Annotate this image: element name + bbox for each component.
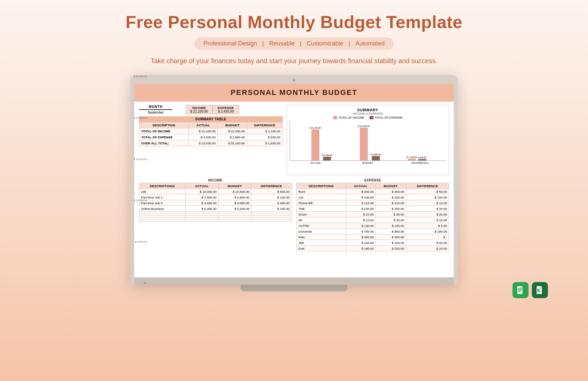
it-col-actual: ACTUAL [185, 183, 218, 189]
page-title: Free Personal Monthly Budget Template [126, 12, 463, 32]
table-row: Part-time Job 1$ 2,500.00$ 2,600.00$ 100… [139, 195, 292, 200]
expense-table-cell: $ 15.00 [406, 217, 449, 223]
bar-group: $ 1,100.00$ 530.00 [407, 156, 426, 160]
month-row: MONTH September INCOME $ 21,100.00 EXPEN… [139, 105, 283, 114]
income-table-cell: $ 10,500.00 [218, 189, 251, 195]
bottom-section: INCOME DESCRIPTIONS ACTUAL BUDGET DIFFER… [139, 178, 449, 251]
top-section: MONTH September INCOME $ 21,100.00 EXPEN… [139, 105, 449, 175]
summary-table: DESCRIPTION ACTUAL BUDGET DIFFERENCE TOT… [139, 122, 283, 146]
income-table-cell: $ 100.00 [251, 195, 291, 200]
badge-sep-2: | [300, 40, 302, 47]
st-col-budget: BUDGET [218, 122, 247, 128]
expense-table-cell: $ 130.00 [346, 223, 376, 229]
svg-rect-4 [518, 291, 521, 292]
bar-value-label: $ 530.00 [418, 156, 426, 159]
table-row: JEE$ 100.00$ 150.00$ 50.00 [297, 240, 449, 246]
excel-icon: X [532, 282, 548, 298]
expense-table-cell: JEE [297, 240, 346, 246]
expense-table: DESCRIPTIONS ACTUAL BUDGET DIFFERENCE Re… [296, 183, 449, 251]
et-col-actual: ACTUAL [346, 183, 376, 189]
income-col: INCOME $ 21,100.00 [186, 105, 212, 114]
expense-table-cell: $ 200.00 [376, 246, 406, 251]
it-col-diff: DIFFERENCE [251, 183, 291, 189]
bar-group: $ 21,100.00$ 2,430.00 [310, 127, 332, 160]
chart-area: $ 21,100.00$ 2,430.00$ 22,200.00$ 2,960.… [290, 121, 446, 161]
income-table-cell: $ 3,600.00 [185, 200, 218, 206]
income-table: DESCRIPTIONS ACTUAL BUDGET DIFFERENCE Jo… [139, 183, 292, 222]
legend-expense-label: TOTAL OF EXPENSE [375, 116, 403, 119]
bar-element [372, 156, 380, 160]
expense-table-cell: Groceries [297, 229, 346, 234]
expense-value: $ 2,430.00 [215, 110, 236, 113]
legend-expense: TOTAL OF EXPENSE [370, 116, 403, 119]
expense-table-cell: $ 5.00 [406, 223, 449, 229]
summary-table-cell: $ 2,430.00 [189, 134, 218, 140]
summary-table-cell: $ 1,630.00 [247, 140, 282, 146]
table-row: Pets$ 300.00$ 300.00$ - [297, 234, 449, 240]
badge-customizable: Customizable [307, 40, 343, 47]
income-table-cell: $ 2,500.00 [185, 195, 218, 200]
chart-x-label: DIFFERENCE [394, 161, 446, 164]
expense-table-cell: SADA [297, 212, 346, 217]
expense-table-cell: ASTRO [297, 223, 346, 229]
table-row: SADA$ 10.00$ 30.00$ 20.00 [297, 212, 449, 217]
chart-legend: TOTAL OF INCOME TOTAL OF EXPENSE [290, 116, 446, 119]
expense-table-cell: $ 120.00 [376, 200, 406, 206]
expense-table-cell: $ 300.00 [376, 234, 406, 240]
expense-table-cell: $ 10.00 [346, 212, 376, 217]
table-row: Online Business$ 5,000.00$ 5,100.00$ 100… [139, 206, 292, 212]
legend-income-color [333, 116, 337, 119]
expense-table-cell: $ 200.00 [406, 229, 449, 234]
expense-table-cell: $ 20.00 [406, 206, 449, 212]
expense-table-cell: $ 700.00 [346, 229, 376, 234]
table-row: ASTRO$ 130.00$ 135.00$ 5.00 [297, 223, 449, 229]
income-value: $ 21,100.00 [189, 110, 209, 113]
laptop-mockup: PERSONAL MONTHLY BUDGET MONTH September [130, 75, 458, 291]
bar-element [323, 157, 331, 160]
table-row: Job$ 10,000.00$ 10,500.00$ 500.00 [139, 189, 292, 195]
month-value: September [148, 111, 164, 114]
table-row: TNB$ 230.00$ 250.00$ 20.00 [297, 206, 449, 212]
expense-table-wrap: EXPENSE DESCRIPTIONS ACTUAL BUDGET DIFFE… [296, 178, 449, 251]
bar-value-label: $ 1,100.00 [407, 156, 417, 158]
table-row: Car$ 100.00$ 200.00$ 100.00 [297, 195, 449, 200]
expense-table-cell: $ 135.00 [376, 223, 406, 229]
income-table-cell: $ 5,000.00 [185, 206, 218, 212]
chart-yaxis: $ 25,000.00$ 20,000.00$ 15,000.00$ 10,00… [134, 84, 148, 277]
summary-table-cell: $ 22,200.00 [218, 128, 247, 134]
income-table-cell: $ 400.00 [251, 200, 291, 206]
chart-x-label: BUDGET [342, 161, 394, 164]
chart-title: SUMMARY [290, 108, 446, 112]
badge-sep-1: | [262, 40, 264, 47]
subtitle: Take charge of your finances today and s… [151, 57, 437, 65]
et-col-diff: DIFFERENCE [406, 183, 449, 189]
income-table-cell [251, 220, 291, 222]
summary-table-cell: $ 530.00 [247, 134, 282, 140]
app-icons: X [512, 282, 548, 298]
expense-table-cell: $ 200.00 [376, 195, 406, 200]
income-table-cell: $ 4,000.00 [218, 200, 251, 206]
expense-header: EXPENSE [215, 106, 236, 110]
expense-table-cell: $ 100.00 [346, 195, 376, 200]
laptop-screen-inner: PERSONAL MONTHLY BUDGET MONTH September [134, 84, 454, 277]
expense-table-cell: TNB [297, 206, 346, 212]
expense-table-cell: $ - [406, 234, 449, 240]
bar-value-label: $ 2,960.00 [371, 153, 381, 156]
laptop-screen-outer: PERSONAL MONTHLY BUDGET MONTH September [130, 75, 458, 285]
bar-element [360, 128, 368, 160]
summary-table-cell: $ 23,530.00 [189, 140, 218, 146]
expense-table-cell: IW [297, 217, 346, 223]
legend-income-label: TOTAL OF INCOME [338, 116, 364, 119]
bar-element [418, 159, 426, 160]
bar-value-label: $ 22,200.00 [358, 125, 370, 127]
chart-y-label: $ 5,000.00 [134, 240, 147, 243]
expense-table-cell: $ 50.00 [406, 189, 449, 195]
summary-table-cell: $ 2,960.00 [218, 134, 247, 140]
expense-table-cell: $ 450.00 [376, 189, 406, 195]
expense-table-cell: $ 900.00 [376, 229, 406, 234]
income-table-cell [218, 220, 251, 222]
income-table-cell: $ 100.00 [251, 206, 291, 212]
badge-sep-3: | [348, 40, 350, 47]
table-row: Rent$ 400.00$ 450.00$ 50.00 [297, 189, 449, 195]
expense-table-cell: Car [297, 195, 346, 200]
